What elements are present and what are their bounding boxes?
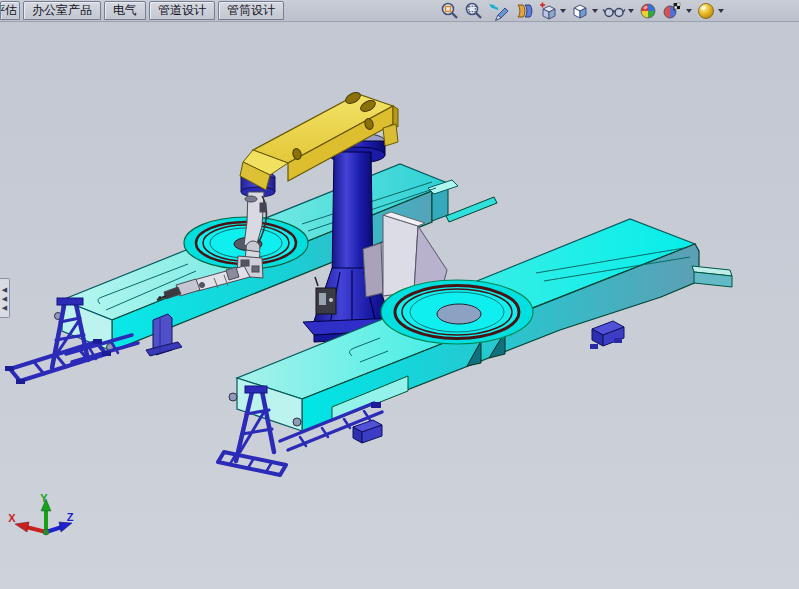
dropdown-caret[interactable]	[718, 9, 724, 13]
lifting-lug	[229, 393, 237, 401]
zoom-to-area-icon	[464, 1, 484, 21]
left-arrow-icon: ◀	[2, 295, 7, 302]
view-settings-icon	[696, 1, 716, 21]
dropdown-caret[interactable]	[686, 9, 692, 13]
view-orientation-button[interactable]	[536, 0, 568, 22]
front-beam-ring[interactable]	[381, 280, 533, 344]
view-settings-button[interactable]	[694, 0, 726, 22]
section-view-button[interactable]	[512, 0, 536, 22]
command-tabs: 评估 办公室产品 电气 管道设计 管筒设计	[0, 0, 284, 21]
y-axis-label: Y	[40, 492, 48, 504]
left-arrow-icon: ◀	[2, 286, 7, 293]
orientation-triad: Y X Z	[8, 492, 73, 535]
tab-piping-design[interactable]: 管道设计	[149, 1, 215, 20]
zoom-to-area-button[interactable]	[462, 0, 486, 22]
panel-expand-button[interactable]: ◀ ◀ ◀	[0, 278, 10, 318]
zoom-to-fit-icon	[440, 1, 460, 21]
apply-scene-button[interactable]	[660, 0, 694, 22]
tab-office-products[interactable]: 办公室产品	[23, 1, 101, 20]
model-scene[interactable]: Y X Z	[0, 0, 799, 589]
command-bar: 评估 办公室产品 电气 管道设计 管筒设计	[0, 0, 799, 22]
front-ring-hole	[437, 304, 481, 324]
dropdown-caret[interactable]	[560, 9, 566, 13]
tab-tube-design[interactable]: 管筒设计	[218, 1, 284, 20]
apply-scene-icon	[662, 1, 684, 21]
display-style-icon	[570, 1, 590, 21]
previous-view-button[interactable]	[486, 0, 512, 22]
hide-show-items-icon	[602, 1, 626, 21]
tab-electrical[interactable]: 电气	[104, 1, 146, 20]
section-view-icon	[514, 1, 534, 21]
z-axis-arrow	[59, 522, 72, 532]
x-axis-arrow	[15, 522, 29, 532]
z-axis-label: Z	[67, 511, 74, 523]
beam-foot-fixture[interactable]	[590, 321, 624, 349]
x-axis-label: X	[8, 512, 16, 524]
view-toolbar	[438, 0, 726, 21]
dropdown-caret[interactable]	[628, 9, 634, 13]
tab-evaluate[interactable]: 评估	[0, 1, 20, 20]
display-style-button[interactable]	[568, 0, 600, 22]
view-orientation-icon	[538, 1, 558, 21]
edit-appearance-button[interactable]	[636, 0, 660, 22]
dropdown-caret[interactable]	[592, 9, 598, 13]
left-arrow-icon: ◀	[2, 304, 7, 311]
previous-view-icon	[488, 1, 510, 21]
edit-appearance-icon	[638, 1, 658, 21]
hide-show-items-button[interactable]	[600, 0, 636, 22]
zoom-to-fit-button[interactable]	[438, 0, 462, 22]
viewport-3d[interactable]: Y X Z ◀ ◀ ◀	[0, 0, 799, 589]
lifting-lug	[293, 418, 301, 426]
